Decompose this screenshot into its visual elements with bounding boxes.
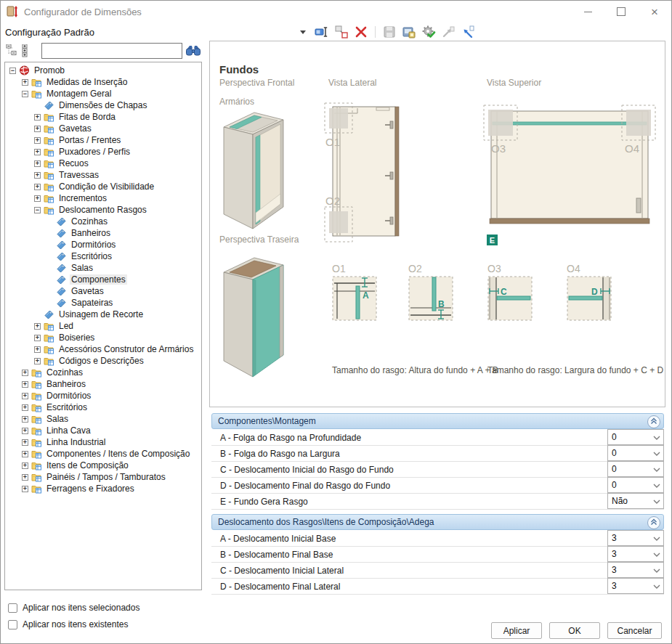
tree-item[interactable]: −Montagem Geral — [5, 88, 201, 99]
window-maximize-button[interactable] — [604, 1, 638, 23]
checkbox[interactable] — [8, 603, 17, 613]
property-value-dropdown[interactable]: 0 — [607, 461, 664, 477]
rename-icon[interactable] — [315, 25, 329, 39]
window-minimize-button[interactable] — [571, 1, 604, 23]
expand-plus-icon[interactable]: + — [34, 172, 41, 179]
export-arrow-icon[interactable] — [441, 25, 456, 39]
expand-plus-icon[interactable]: + — [22, 416, 28, 423]
delete-icon[interactable] — [354, 25, 368, 39]
expand-plus-icon[interactable]: + — [34, 149, 41, 155]
save-icon[interactable] — [382, 25, 397, 39]
panel-collapse-button[interactable] — [647, 415, 660, 428]
expand-plus-icon[interactable]: + — [34, 195, 41, 202]
expand-all-button[interactable] — [21, 43, 36, 59]
tree-item[interactable]: +Banheiros — [5, 378, 201, 390]
expand-plus-icon[interactable]: + — [34, 114, 41, 121]
checkbox[interactable] — [8, 620, 17, 629]
apply-button[interactable]: Aplicar — [491, 622, 542, 639]
tree-item[interactable]: −Promob — [5, 65, 201, 76]
collapse-minus-icon[interactable]: − — [22, 91, 28, 97]
expand-plus-icon[interactable]: + — [22, 486, 28, 492]
expand-plus-icon[interactable]: + — [22, 370, 28, 376]
tree-item[interactable]: +Gavetas — [5, 123, 201, 134]
property-value-dropdown[interactable]: 3 — [607, 562, 664, 578]
expand-plus-icon[interactable]: + — [34, 184, 41, 190]
expand-plus-icon[interactable]: + — [22, 439, 28, 446]
tree-item[interactable]: Gavetas — [5, 285, 201, 297]
expand-plus-icon[interactable]: + — [22, 381, 28, 388]
tree-item[interactable]: Dormitórios — [5, 239, 201, 250]
tree-item[interactable]: Usinagem de Recorte — [5, 309, 201, 320]
tree-item[interactable]: Sapateiras — [5, 297, 201, 309]
property-value-dropdown[interactable]: 0 — [607, 445, 664, 461]
duplicate-icon[interactable] — [334, 25, 349, 39]
tree-item[interactable]: +Portas / Frentes — [5, 134, 201, 146]
tree-item[interactable]: Cozinhas — [5, 216, 201, 227]
tree-item[interactable]: +Condição de Visibilidade — [5, 181, 201, 192]
tree-item[interactable]: Banheiros — [5, 227, 201, 239]
tree-item[interactable]: +Escritórios — [5, 402, 201, 413]
tree-item[interactable]: +Painéis / Tampos / Tamburatos — [5, 471, 201, 483]
tree-item[interactable]: +Puxadores / Perfis — [5, 146, 201, 158]
window-close-button[interactable]: × — [638, 1, 671, 23]
tree-item[interactable]: +Acessórios Construtor de Armários — [5, 343, 201, 355]
ok-button[interactable]: OK — [549, 622, 600, 639]
expand-plus-icon[interactable]: + — [34, 346, 41, 353]
save-picture-icon[interactable] — [402, 25, 416, 39]
expand-plus-icon[interactable]: + — [34, 323, 41, 330]
tree-item[interactable]: +Fitas de Borda — [5, 111, 201, 123]
configuration-selector[interactable]: Configuração Padrão — [1, 24, 309, 40]
tree-item[interactable]: +Medidas de Inserção — [5, 76, 201, 88]
property-value-dropdown[interactable]: Não — [607, 493, 664, 509]
tree-item[interactable]: +Salas — [5, 413, 201, 425]
collapse-minus-icon[interactable]: − — [9, 68, 16, 74]
collapse-all-button[interactable] — [5, 43, 20, 59]
property-value-dropdown[interactable]: 0 — [607, 477, 664, 493]
tree-item[interactable]: +Recuos — [5, 158, 201, 169]
property-value-dropdown[interactable]: 3 — [607, 530, 664, 546]
tree-item[interactable]: Salas — [5, 262, 201, 274]
expand-plus-icon[interactable]: + — [34, 358, 41, 364]
tree-item[interactable]: +Códigos e Descrições — [5, 355, 201, 367]
tree-item-label: Linha Industrial — [45, 437, 107, 447]
tree-item[interactable]: +Boiseries — [5, 332, 201, 343]
tree-item[interactable]: +Led — [5, 320, 201, 332]
panel-collapse-button[interactable] — [647, 516, 660, 529]
property-value-dropdown[interactable]: 3 — [607, 578, 664, 594]
expand-plus-icon[interactable]: + — [34, 335, 41, 341]
property-value-dropdown[interactable]: 3 — [607, 546, 664, 562]
expand-plus-icon[interactable]: + — [22, 79, 28, 86]
cancel-button[interactable]: Cancelar — [607, 622, 662, 639]
tree-item[interactable]: −Deslocamento Rasgos — [5, 204, 201, 216]
tree-search-input[interactable] — [41, 43, 182, 59]
expand-plus-icon[interactable]: + — [22, 451, 28, 457]
tree-item-label: Recuos — [57, 158, 90, 168]
expand-plus-icon[interactable]: + — [34, 137, 41, 144]
expand-plus-icon[interactable]: + — [34, 126, 41, 132]
import-arrow-icon[interactable] — [461, 25, 475, 39]
expand-plus-icon[interactable]: + — [22, 393, 28, 399]
tree-item[interactable]: +Ferragens e Fixadores — [5, 483, 201, 494]
expand-plus-icon[interactable]: + — [22, 474, 28, 481]
expand-plus-icon[interactable]: + — [22, 462, 28, 469]
property-value-dropdown[interactable]: 0 — [607, 429, 664, 445]
tree-item[interactable]: +Travessas — [5, 169, 201, 181]
tree-item[interactable]: +Linha Cava — [5, 425, 201, 436]
search-binoculars-icon[interactable] — [185, 42, 202, 60]
tree-item[interactable]: +Incrementos — [5, 192, 201, 204]
expand-plus-icon[interactable]: + — [34, 160, 41, 167]
expand-plus-icon[interactable]: + — [22, 428, 28, 434]
tree-item[interactable]: +Linha Industrial — [5, 436, 201, 448]
settings-check-icon[interactable] — [421, 25, 436, 39]
collapse-minus-icon[interactable]: − — [34, 207, 41, 213]
detail-o1-label: O1 — [332, 263, 346, 274]
tree-item[interactable]: Dimensões de Chapas — [5, 99, 201, 111]
tree-item[interactable]: Componentes — [5, 274, 201, 285]
tree-item[interactable]: Escritórios — [5, 250, 201, 262]
tree-item[interactable]: +Dormitórios — [5, 390, 201, 402]
tree-item[interactable]: +Cozinhas — [5, 367, 201, 378]
expand-plus-icon[interactable]: + — [22, 404, 28, 411]
tree-item[interactable]: +Componentes / Itens de Composição — [5, 448, 201, 460]
tree-item[interactable]: +Itens de Composição — [5, 460, 201, 471]
panel-header-label: Componentes\Montagem — [218, 416, 316, 426]
